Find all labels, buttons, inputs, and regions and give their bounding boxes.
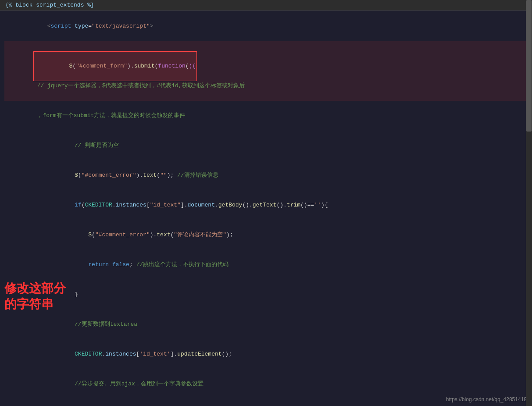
code-area: <script type="text/javascript"> $("#comm… bbox=[0, 11, 532, 406]
code-line: //更新数据到textarea bbox=[4, 310, 532, 339]
code-line: if(CKEDITOR.instances["id_text"].documen… bbox=[4, 190, 532, 220]
code-line: ，form有一个submit方法，就是提交的时候会触发的事件 bbox=[4, 101, 532, 131]
code-line: } bbox=[4, 280, 532, 310]
code-line: $("#comment_error").text(""); //清掉错误信息 bbox=[4, 160, 532, 190]
scrollbar[interactable] bbox=[526, 0, 532, 406]
scrollbar-thumb[interactable] bbox=[526, 0, 532, 132]
code-line: <script type="text/javascript"> bbox=[4, 11, 532, 41]
annotation-text: 修改这部分的字符串 bbox=[4, 281, 66, 313]
code-line: return false;//跳出这个方法，不执行下面的代码 bbox=[4, 250, 532, 280]
top-bar-text: {% block script_extends %} bbox=[5, 2, 94, 8]
code-line: // 判断是否为空 bbox=[4, 131, 532, 160]
code-line-highlight: $("#comment_form").submit(function(){ //… bbox=[4, 41, 532, 101]
code-line: CKEDITOR.instances['id_text'].updateElem… bbox=[4, 339, 532, 369]
code-line: $("#comment_error").text("评论内容不能为空"); bbox=[4, 220, 532, 250]
top-bar: {% block script_extends %} bbox=[0, 0, 532, 11]
code-container: {% block script_extends %} <script type=… bbox=[0, 0, 532, 406]
bottom-url: https://blog.csdn.net/qq_42851418 bbox=[446, 396, 527, 402]
code-line: //异步提交。用到ajax，会用到一个字典参数设置 bbox=[4, 369, 532, 399]
